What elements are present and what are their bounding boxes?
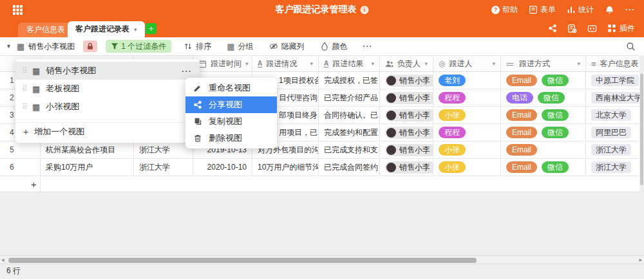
follower-chip: 小张: [439, 144, 466, 156]
view-more-button[interactable]: ···: [182, 66, 192, 76]
cell-customer[interactable]: 浙江大学: [134, 141, 193, 158]
cell-methods[interactable]: 电话微信: [501, 89, 586, 106]
cell-result[interactable]: 合同待确认。已: [319, 107, 380, 123]
menu-duplicate-view[interactable]: 复制视图: [185, 113, 277, 130]
topbar-more-button[interactable]: ···: [625, 5, 635, 14]
cell-owner[interactable]: 销售小李: [380, 89, 433, 106]
cell-link[interactable]: 北京大学: [586, 107, 639, 123]
menu-rename-view[interactable]: 重命名视图: [185, 80, 277, 96]
cell-owner[interactable]: 销售小李: [380, 72, 433, 89]
row-number[interactable]: 6: [0, 159, 41, 176]
toolbar-more-button[interactable]: ···: [363, 42, 373, 51]
cell-follower[interactable]: 小张: [433, 159, 501, 176]
sort-button[interactable]: 排序: [184, 41, 211, 52]
cell-date[interactable]: 2020-10-10: [193, 159, 252, 176]
cell-follower[interactable]: 老刘: [433, 72, 501, 89]
form-icon: [529, 5, 538, 14]
link-chip: 浙江大学: [591, 161, 631, 173]
cell-link[interactable]: 西南林业大学: [586, 89, 639, 106]
notifications-button[interactable]: [605, 5, 614, 15]
tab-followup-records[interactable]: 客户跟进记录表 ▾: [68, 21, 145, 37]
group-button[interactable]: ▦ 分组: [227, 41, 253, 52]
cell-owner[interactable]: 销售小李: [380, 107, 433, 123]
tab-customer-info[interactable]: 客户信息表: [18, 22, 73, 37]
cell-situation[interactable]: 10万用户的细节沟.: [252, 159, 319, 176]
add-sheet-button[interactable]: +: [146, 23, 156, 34]
method-chip: Email: [506, 109, 537, 121]
cell-link[interactable]: 浙江大学: [586, 159, 639, 176]
drag-handle-icon[interactable]: ⠿: [22, 102, 32, 111]
horizontal-scrollbar[interactable]: ◂ ▸: [0, 255, 644, 264]
api-button[interactable]: [587, 24, 597, 33]
form-button[interactable]: 表单: [529, 4, 556, 15]
cell-follower[interactable]: 程程: [433, 89, 501, 106]
color-button[interactable]: 颜色: [320, 41, 348, 52]
cell-customer[interactable]: 浙江大学: [134, 159, 193, 176]
cell-result[interactable]: 已完成合同签约: [319, 159, 380, 176]
current-view-name[interactable]: 销售小李视图: [28, 41, 75, 52]
drag-handle-icon[interactable]: ⠿: [22, 66, 32, 75]
scrollbar-thumb[interactable]: [8, 258, 477, 263]
vertical-scrollbar[interactable]: [640, 73, 643, 185]
cell-result[interactable]: 完成签约和配置: [319, 124, 380, 141]
header-owner[interactable]: 负责人 ▾: [380, 56, 433, 71]
cell-methods[interactable]: Email微信: [501, 124, 586, 141]
header-followup-result[interactable]: A 跟进结果 ▾: [319, 56, 380, 71]
automation-button[interactable]: [567, 24, 577, 33]
cell-result[interactable]: 已完整介绍产品: [319, 89, 380, 106]
header-followup-method[interactable]: ≔ 跟进方式 ▾: [501, 56, 586, 71]
share-icon: [548, 24, 557, 33]
cell-follower[interactable]: 小张: [433, 141, 501, 158]
method-chip: Email: [506, 161, 537, 173]
add-view-button[interactable]: + 增加一个视图: [15, 122, 200, 140]
help-button[interactable]: ? 帮助: [491, 4, 518, 15]
cell-methods[interactable]: Email: [501, 141, 586, 158]
cell-follower[interactable]: 小张: [433, 107, 501, 123]
owner-chip: 销售小李: [385, 109, 433, 122]
menu-share-view[interactable]: 分享视图: [185, 96, 277, 113]
cell-link[interactable]: 中原工学院: [586, 72, 639, 89]
scroll-right-arrow[interactable]: ▸: [639, 256, 642, 263]
row-number[interactable]: 5: [0, 141, 41, 158]
cell-methods[interactable]: Email微信: [501, 72, 586, 89]
apps-grid-icon[interactable]: [13, 5, 23, 15]
header-customer-link[interactable]: ≡ 客户信息表 ▾: [586, 56, 639, 71]
cell-owner[interactable]: 销售小李: [380, 124, 433, 141]
view-item-sales-li[interactable]: ⠿ ▦ 销售小李视图 ···: [15, 62, 200, 80]
view-item-xiaozhang[interactable]: ⠿ ▦ 小张视图: [15, 98, 200, 116]
avatar: [386, 76, 396, 86]
drag-handle-icon[interactable]: ⠿: [22, 84, 32, 93]
method-chip: Email: [506, 75, 537, 86]
collapse-views-caret[interactable]: ▼: [6, 43, 12, 50]
header-followup-situation[interactable]: A 跟进情况 ▾: [252, 56, 319, 71]
cell-link[interactable]: 浙江大学: [586, 141, 639, 158]
owner-chip: 销售小李: [385, 75, 433, 87]
filter-badge[interactable]: 1 个过滤条件: [106, 40, 171, 53]
cell-result[interactable]: 完成授权，已签: [319, 72, 380, 89]
cell-methods[interactable]: Email微信: [501, 107, 586, 123]
share-button[interactable]: [548, 24, 557, 33]
header-followup-time[interactable]: 跟进时间 ▾: [193, 56, 252, 71]
hide-fields-button[interactable]: 隐藏列: [269, 41, 305, 52]
cell-methods[interactable]: Email微信: [501, 159, 586, 176]
plugin-button[interactable]: 插件: [607, 23, 635, 34]
add-row-button[interactable]: +: [0, 176, 639, 192]
cell-owner[interactable]: 销售小李: [380, 141, 433, 158]
scroll-left-arrow[interactable]: ◂: [1, 256, 5, 263]
follower-chip: 程程: [439, 127, 466, 138]
cell-result[interactable]: 已完成支持和支: [319, 141, 380, 158]
stats-button[interactable]: 统计: [567, 4, 594, 15]
cell-title[interactable]: 杭州某高校合作项目: [41, 141, 134, 158]
view-lock-badge[interactable]: [83, 40, 97, 52]
cell-title[interactable]: 采购10万用户: [41, 159, 134, 176]
cell-follower[interactable]: 程程: [433, 124, 501, 141]
view-item-boss[interactable]: ⠿ ▦ 老板视图: [15, 80, 200, 98]
menu-delete-view[interactable]: 删除视图: [185, 130, 277, 147]
divider: [40, 176, 41, 192]
header-follow-person[interactable]: ◎ 跟进人 ▾: [433, 56, 501, 71]
info-icon[interactable]: i: [361, 6, 369, 14]
search-button[interactable]: [626, 42, 636, 51]
cell-owner[interactable]: 销售小李: [380, 159, 433, 176]
cell-link[interactable]: 阿里巴巴: [586, 124, 639, 141]
copy-icon: [193, 117, 202, 126]
